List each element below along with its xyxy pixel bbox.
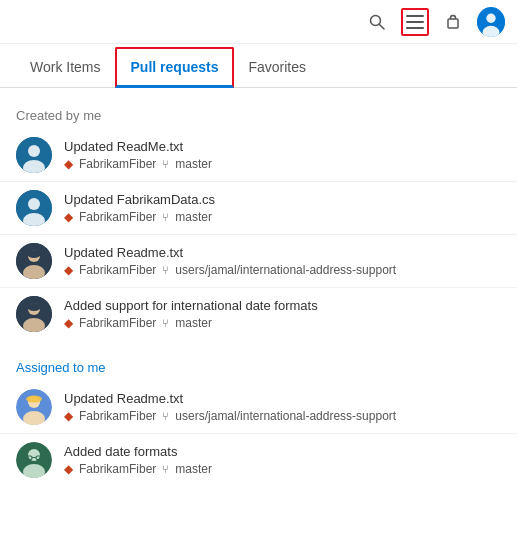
branch-icon: ⑂ [162,463,169,475]
avatar [16,296,52,332]
main-content: Created by me Updated ReadMe.txt ◆ Fabri… [0,88,517,498]
list-item[interactable]: Added date formats ◆ FabrikamFiber ⑂ mas… [0,434,517,486]
svg-point-26 [26,396,42,403]
pr-branch: master [175,462,212,476]
branch-icon: ⑂ [162,264,169,276]
created-by-me-list: Updated ReadMe.txt ◆ FabrikamFiber ⑂ mas… [0,129,517,340]
pr-title: Updated FabrikamData.cs [64,192,501,207]
created-by-me-label: Created by me [0,100,517,129]
list-item[interactable]: Added support for international date for… [0,288,517,340]
repo-icon: ◆ [64,462,73,476]
user-avatar-icon[interactable] [477,8,505,36]
pr-info: Updated ReadMe.txt ◆ FabrikamFiber ⑂ mas… [64,139,501,171]
repo-icon: ◆ [64,316,73,330]
svg-line-1 [380,24,385,29]
svg-rect-3 [406,21,424,23]
header [0,0,517,44]
pr-info: Added support for international date for… [64,298,501,330]
pr-meta: ◆ FabrikamFiber ⑂ master [64,210,501,224]
pr-title: Added support for international date for… [64,298,501,313]
pr-branch: master [175,157,212,171]
list-item[interactable]: Updated FabrikamData.cs ◆ FabrikamFiber … [0,182,517,235]
pr-info: Updated Readme.txt ◆ FabrikamFiber ⑂ use… [64,391,501,423]
svg-rect-2 [406,15,424,17]
avatar [16,190,52,226]
pr-meta: ◆ FabrikamFiber ⑂ master [64,462,501,476]
pr-title: Added date formats [64,444,501,459]
svg-point-10 [28,145,40,157]
pr-repo: FabrikamFiber [79,409,156,423]
tab-pull-requests[interactable]: Pull requests [115,47,235,88]
pr-meta: ◆ FabrikamFiber ⑂ master [64,157,501,171]
avatar [16,137,52,173]
pr-repo: FabrikamFiber [79,210,156,224]
assigned-to-me-label: Assigned to me [0,352,517,381]
svg-point-18 [27,250,41,258]
tab-favorites[interactable]: Favorites [234,49,320,88]
svg-rect-4 [406,27,424,29]
svg-point-7 [486,13,495,22]
svg-rect-5 [448,19,458,28]
list-item[interactable]: Updated Readme.txt ◆ FabrikamFiber ⑂ use… [0,381,517,434]
repo-icon: ◆ [64,157,73,171]
avatar [16,243,52,279]
search-icon[interactable] [363,8,391,36]
branch-icon: ⑂ [162,158,169,170]
pr-repo: FabrikamFiber [79,157,156,171]
avatar [16,389,52,425]
branch-icon: ⑂ [162,317,169,329]
svg-point-22 [27,303,41,311]
repo-icon: ◆ [64,409,73,423]
pr-branch: master [175,316,212,330]
pr-branch: users/jamal/international-address-suppor… [175,263,396,277]
assigned-to-me-list: Updated Readme.txt ◆ FabrikamFiber ⑂ use… [0,381,517,486]
repo-icon: ◆ [64,210,73,224]
pr-title: Updated ReadMe.txt [64,139,501,154]
pr-info: Updated Readme.txt ◆ FabrikamFiber ⑂ use… [64,245,501,277]
avatar [16,442,52,478]
repo-icon: ◆ [64,263,73,277]
pr-repo: FabrikamFiber [79,263,156,277]
list-item[interactable]: Updated Readme.txt ◆ FabrikamFiber ⑂ use… [0,235,517,288]
pr-repo: FabrikamFiber [79,462,156,476]
pr-branch: users/jamal/international-address-suppor… [175,409,396,423]
pr-branch: master [175,210,212,224]
user-avatar [477,7,505,37]
branch-icon: ⑂ [162,410,169,422]
tab-work-items[interactable]: Work Items [16,49,115,88]
pr-title: Updated Readme.txt [64,245,501,260]
pr-meta: ◆ FabrikamFiber ⑂ users/jamal/internatio… [64,409,501,423]
pr-info: Added date formats ◆ FabrikamFiber ⑂ mas… [64,444,501,476]
header-icons [363,8,505,36]
branch-icon: ⑂ [162,211,169,223]
pr-info: Updated FabrikamData.cs ◆ FabrikamFiber … [64,192,501,224]
pr-title: Updated Readme.txt [64,391,501,406]
pr-meta: ◆ FabrikamFiber ⑂ users/jamal/internatio… [64,263,501,277]
svg-point-13 [28,198,40,210]
pr-meta: ◆ FabrikamFiber ⑂ master [64,316,501,330]
pr-repo: FabrikamFiber [79,316,156,330]
list-view-icon[interactable] [401,8,429,36]
list-item[interactable]: Updated ReadMe.txt ◆ FabrikamFiber ⑂ mas… [0,129,517,182]
tabs-bar: Work Items Pull requests Favorites [0,44,517,88]
bag-icon[interactable] [439,8,467,36]
